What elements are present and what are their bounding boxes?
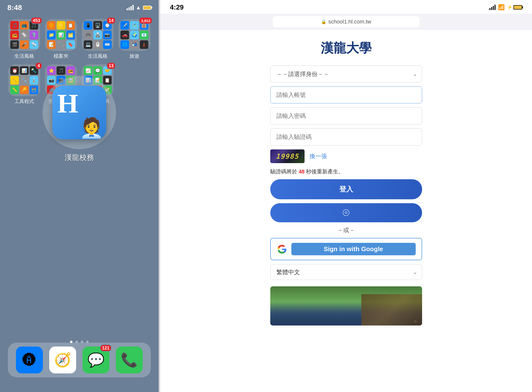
badge-3812: 3,812 [139,17,152,24]
f5-4: 📐 [10,76,19,84]
refresh-captcha-link[interactable]: 換一張 [309,152,327,160]
password-input[interactable] [270,107,422,124]
right-signal-icon [489,5,496,10]
h-letter: H [57,88,78,119]
f4-8: 📬 [130,40,139,49]
folder-box-2[interactable]: 🟠 🟡 📋 📁 📊 🗂️ 📝 📎 🔖 [45,19,77,51]
web-content-area: 漢龍大學 －－請選擇身份－－ ⌄ 19985 換一張 [160,30,532,392]
signal-bars-icon [127,5,134,10]
captcha-image: 19985 [270,149,305,163]
right-time: 4:29 [170,3,184,11]
f3-9: ⌨️ [103,40,112,49]
language-select[interactable]: 繁體中文 [270,264,422,280]
hanlong-app-icon[interactable]: H 🧑‍💼 [52,86,106,139]
folder-icon-1: 🎵 [10,21,19,30]
dock-messages[interactable]: 💬 121 [83,347,109,373]
identity-select-wrapper[interactable]: －－請選擇身份－－ ⌄ [270,66,422,82]
f6-2: 🎵 [57,66,65,75]
or-divider: －或－ [270,226,422,234]
folder-files[interactable]: 🟠 🟡 📋 📁 📊 🗂️ 📝 📎 🔖 檔案夾 [44,19,78,59]
f3-1: 📱 [84,21,92,30]
badge-453: 453 [31,17,42,24]
f4-4: 🚗 [120,31,129,39]
f3-6: 📷 [103,31,112,39]
fi-2: 🟡 [57,21,65,30]
f3-4: 🎮 [84,31,92,39]
folder-icon-6: 🎙️ [30,31,38,39]
right-battery: ⚡ [507,5,522,10]
folder-icon-9: 📡 [30,40,38,49]
badge-4: 4 [35,62,42,69]
identity-select[interactable]: －－請選擇身份－－ [270,66,422,82]
dock-app-store[interactable]: 🅐 [16,347,43,373]
folder-label-5: 工具程式 [14,98,34,105]
fi-7: 📝 [47,40,56,49]
f4-2: 🗺️ [130,21,139,30]
f3-5: 🖨️ [93,31,102,39]
hanlong-app-label: 漢龍校務 [65,153,94,163]
dock-phone[interactable]: 📞 [116,347,143,373]
f5-5: 🔧 [20,76,28,84]
url-display[interactable]: 🔒 school1.hl.com.tw [273,16,420,27]
folder-icon-4: 📻 [10,31,19,39]
campus-image: ▶ [270,286,422,325]
f4-7: 🌐 [120,40,129,49]
phone-icon: 📞 [121,352,138,368]
fi-5: 📊 [57,31,65,39]
f4-9: 🗼 [140,40,148,49]
google-signin-button[interactable]: Sign in with Google [270,238,422,260]
f3-8: 🖱️ [93,40,102,49]
browser-address-bar[interactable]: 🔒 school1.hl.com.tw [160,14,532,30]
fi-4: 📁 [47,31,56,39]
url-text: school1.hl.com.tw [328,19,371,25]
folder-life-style-2[interactable]: 📱 🖥️ ⌚ 🎮 🖨️ 📷 💻 🖱️ ⌨️ 14 生活風格 [81,19,115,59]
language-select-wrapper[interactable]: 繁體中文 ⌄ [270,264,422,280]
battery-bar [513,5,522,10]
google-g-icon [278,245,286,254]
right-phone-panel: 4:29 📶 ⚡ 🔒 school1.hl.com.tw 漢龍大學 [160,0,532,392]
folder-icon-5: 🗞️ [20,31,28,39]
f4-5: 🌍 [130,31,139,39]
folder-tools[interactable]: ⏰ 📊 🔦 📐 🔧 🌡️ 📏 🔑 🧮 4 工具程式 [7,64,41,105]
folder-travel[interactable]: ✈️ 🗺️ 🏨 🚗 🌍 📧 🌐 📬 🗼 3,812 旅遊 [117,19,152,59]
captcha-input[interactable] [270,128,422,146]
folder-icon-8: 🎤 [20,40,28,49]
lightning-icon: ⚡ [507,5,512,10]
fi-1: 🟠 [47,21,56,30]
person-icon: 🧑‍💼 [79,116,104,139]
folder-box-4[interactable]: ✈️ 🗺️ 🏨 🚗 🌍 📧 🌐 📬 🗼 3,812 [118,19,150,51]
fi-3: 📋 [66,21,75,30]
right-status-bar: 4:29 📶 ⚡ [160,0,532,14]
university-title: 漢龍大學 [321,40,372,57]
fi-6: 🗂️ [66,31,75,39]
folder-label-4: 旅遊 [130,53,139,59]
login-button[interactable]: 登入 [270,179,422,199]
countdown-number: 48 [299,168,305,175]
dock-safari[interactable]: 🧭 [49,347,76,373]
f5-7: 📏 [10,86,19,94]
biometric-button[interactable]: ⦾ [270,203,422,222]
f5-2: 📊 [20,66,28,75]
f7-2: 💬 [93,66,102,75]
folder-life-style-1[interactable]: 🎵 📺 🎵 📻 🗞️ 🎙️ 🎬 🎤 📡 453 生活風格 [7,19,41,59]
app-store-icon: 🅐 [23,352,36,368]
dock: 🅐 🧭 💬 121 📞 [8,343,151,377]
f5-1: ⏰ [10,66,19,75]
folder-label-1: 生活風格 [14,53,34,59]
messages-badge: 121 [100,345,111,351]
account-input[interactable] [270,86,422,103]
safari-icon: 🧭 [54,352,71,368]
countdown-text: 驗證碼將於 48 秒後重新產生。 [270,168,422,175]
folder-label-3: 生活風格 [88,53,107,59]
battery-icon [143,6,151,10]
folder-box-3[interactable]: 📱 🖥️ ⌚ 🎮 🖨️ 📷 💻 🖱️ ⌨️ 14 [82,19,114,51]
badge-14: 14 [107,17,116,24]
f5-6: 🌡️ [30,76,38,84]
highlight-app[interactable]: H 🧑‍💼 漢龍校務 [43,76,116,163]
badge-13: 13 [107,62,116,69]
folder-label-2: 檔案夾 [54,53,68,59]
folder-box-5[interactable]: ⏰ 📊 🔦 📐 🔧 🌡️ 📏 🔑 🧮 4 [8,64,40,96]
f4-1: ✈️ [120,21,129,30]
folder-box-1[interactable]: 🎵 📺 🎵 📻 🗞️ 🎙️ 🎬 🎤 📡 453 [8,19,40,51]
f4-6: 📧 [140,31,148,39]
